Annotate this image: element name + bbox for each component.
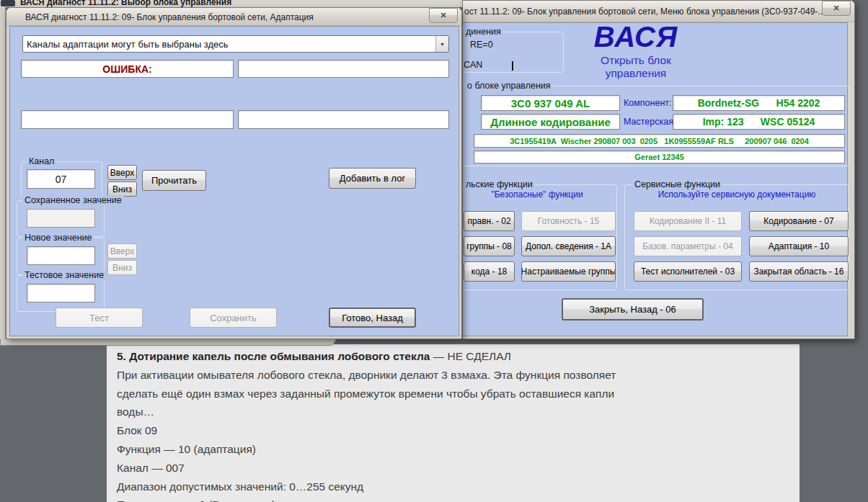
document-line: Блок 09 (117, 421, 792, 440)
test-value-input[interactable] (27, 284, 95, 302)
adaptation-channel-dropdown-value: Каналы адаптации могут быть выбраны здес… (23, 39, 435, 50)
extra-info-field-1: 3C1955419A Wischer 290807 003 0205 1K095… (474, 134, 845, 148)
adaptation-channel-dropdown[interactable]: Каналы адаптации могут быть выбраны здес… (22, 35, 449, 53)
component-value: Bordnetz-SG H54 2202 (698, 97, 820, 109)
background-window-left-edge (0, 7, 6, 339)
cursor-bar (512, 61, 513, 71)
background-window-top-strip: ВАСЯ диагност 11.11.2: Выбор блока управ… (0, 0, 468, 7)
user-functions-group-label: льские функции (464, 179, 535, 189)
document-heading: 5. Дотирание капель после обмывания лобо… (117, 347, 792, 366)
close-icon[interactable]: ✕ (822, 1, 851, 16)
error-value-field (238, 60, 449, 78)
button-coding2-11: Кодирование II - 11 (634, 211, 742, 231)
button-advanced-id-1a[interactable]: Допол. сведения - 1А (521, 236, 616, 256)
close-back-button[interactable]: Закрыть, Назад - 06 (562, 298, 704, 321)
read-button[interactable]: Прочитать (142, 170, 206, 191)
connection-group-label: динения (464, 27, 503, 37)
channel-down-button[interactable]: Вниз (107, 181, 137, 197)
new-value-down-button: Вниз (107, 260, 137, 275)
error-label: ОШИБКА: (102, 63, 151, 75)
document-text: 5. Дотирание капель после обмывания лобо… (107, 344, 800, 502)
background-window-title: ВАСЯ диагност 11.11.2: Выбор блока управ… (20, 0, 231, 7)
workshop-label: Мастерская: (624, 117, 676, 127)
button-supported-codes-18[interactable]: кода - 18 (464, 261, 515, 282)
user-functions-subtitle: "Безопасные" функции (462, 189, 616, 200)
document-line: сделать ещё один взмах через заданный пр… (117, 385, 792, 403)
stored-value-group-label: Сохраненное значение (22, 195, 124, 205)
done-back-button[interactable]: Готово, Назад (329, 308, 416, 328)
background-window-bottom-edge (0, 339, 336, 346)
channel-extra-field (238, 110, 449, 129)
extra-info-field-2: Geraet 12345 (474, 151, 845, 163)
add-to-log-button[interactable]: Добавить в лог (329, 168, 416, 189)
workshop-field: Imp: 123 WSC 05124 (673, 114, 845, 130)
extra-info-value-2: Geraet 12345 (634, 153, 684, 161)
document-line: При активации омывателя лобового стекла,… (117, 366, 792, 385)
button-custom-groups[interactable]: Настраиваемые группы (521, 261, 616, 282)
document-heading-bold: 5. Дотирание капель после обмывания лобо… (117, 350, 430, 362)
module-menu-window: ост 11.11.2: 09- Блок управления бортово… (462, 0, 855, 339)
button-meas-groups-08[interactable]: группы - 08 (464, 236, 515, 256)
channel-name-field (21, 110, 234, 129)
open-controller-caption: Открыть блок управления (567, 54, 704, 80)
component-field: Bordnetz-SG H54 2202 (673, 95, 845, 111)
connection-status-group: динения RE=0 CAN (462, 32, 564, 73)
document-page: 5. Дотирание капель после обмывания лобо… (107, 344, 800, 502)
new-value-group-label: Новое значение (22, 233, 94, 243)
error-label-field: ОШИБКА: (21, 60, 234, 78)
service-functions-subtitle: Используйте сервисную документацию (625, 189, 849, 200)
channel-input[interactable]: 07 (27, 169, 95, 189)
document-heading-suffix: — НЕ СДЕЛАЛ (430, 350, 511, 362)
document-line: Канал — 007 (117, 459, 792, 478)
document-line: По-умолчанию: 0 (Выключено) (117, 496, 792, 502)
stored-value-input (27, 209, 95, 228)
channel-group-label: Канал (27, 156, 56, 166)
adaptation-dialog: ВАСЯ диагност 11.11.2: 09- Блок управлен… (6, 7, 462, 339)
button-basic-settings-04: Базов. параметры - 04 (634, 236, 742, 256)
channel-value: 07 (56, 174, 67, 185)
controller-info-group-label: о блоке управления (465, 81, 553, 91)
part-number-value: 3C0 937 049 AL (511, 97, 590, 109)
test-value-group-label: Тестовое значение (22, 270, 106, 280)
close-icon[interactable]: ✕ (429, 8, 458, 23)
connection-protocol-text: RE=0 (470, 40, 493, 50)
app-logo: ВАСЯ (567, 21, 704, 53)
chevron-down-icon[interactable]: ▼ (435, 36, 448, 52)
open-controller-line1: Открыть блок (567, 54, 704, 67)
adaptation-title: ВАСЯ диагност 11.11.2: 09- Блок управлен… (25, 12, 314, 22)
test-button: Тест (56, 308, 143, 328)
coding-value: Длинное кодирование (490, 116, 611, 128)
document-line: Функция — 10 (адаптация) (117, 440, 792, 459)
button-adaptation-10[interactable]: Адаптация - 10 (749, 236, 849, 256)
button-readiness-15: Готовность - 15 (521, 211, 616, 231)
document-line: Диапазон допустимых значений: 0…255 секу… (117, 478, 792, 496)
new-value-up-button: Вверх (107, 243, 137, 259)
button-security-access-16[interactable]: Закрытая область - 16 (749, 261, 849, 282)
controller-info-group: о блоке управления 3C0 937 049 AL Компон… (462, 86, 850, 166)
open-controller-line2: управления (567, 67, 704, 80)
module-menu-title: ост 11.11.2: 09- Блок управления бортово… (464, 6, 825, 17)
component-label: Компонент: (624, 98, 672, 108)
coding-field: Длинное кодирование (481, 114, 620, 130)
channel-up-button[interactable]: Вверх (107, 165, 137, 180)
extra-info-value-1: 3C1955419A Wischer 290807 003 0205 1K095… (510, 137, 809, 145)
save-button: Сохранить (190, 308, 277, 328)
workshop-value: Imp: 123 WSC 05124 (703, 116, 815, 127)
service-functions-group-label: Сервисные функции (632, 179, 722, 189)
module-menu-titlebar[interactable]: ост 11.11.2: 09- Блок управления бортово… (463, 1, 854, 22)
connection-bus-text: CAN (464, 60, 482, 70)
button-fault-codes-02[interactable]: правн. - 02 (464, 211, 515, 231)
button-coding-07[interactable]: Кодирование - 07 (749, 211, 849, 231)
part-number-field: 3C0 937 049 AL (481, 95, 620, 111)
button-output-tests-03[interactable]: Тест исполнителей - 03 (634, 261, 742, 282)
vasya-app-icon (1, 0, 15, 6)
document-line: воды… (117, 403, 792, 421)
new-value-input[interactable] (27, 246, 95, 265)
adaptation-titlebar[interactable]: ВАСЯ диагност 11.11.2: 09- Блок управлен… (6, 8, 461, 26)
